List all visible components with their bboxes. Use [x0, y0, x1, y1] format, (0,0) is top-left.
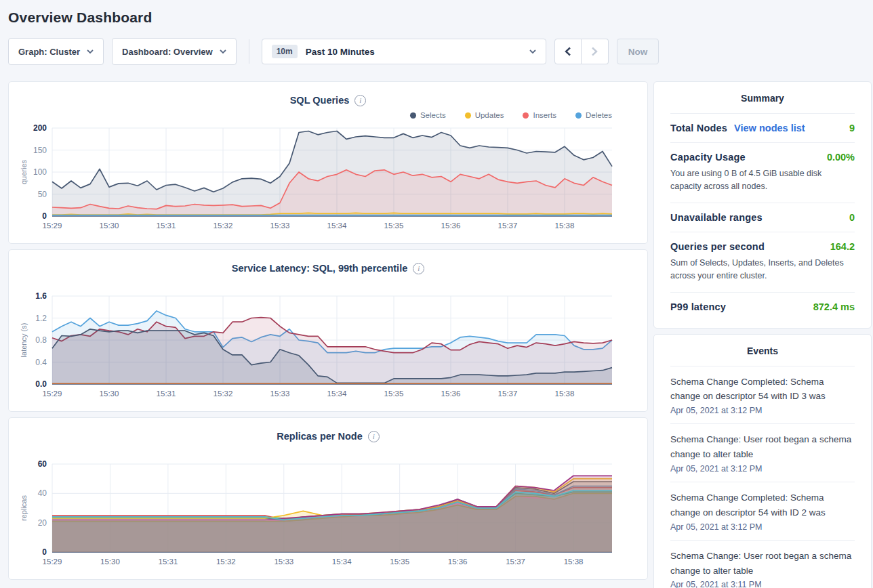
svg-text:100: 100 [33, 167, 47, 177]
toolbar: Graph: Cluster Dashboard: Overview 10m P… [8, 38, 865, 65]
svg-text:15:35: 15:35 [390, 558, 409, 566]
summary-row-qps: Queries per second 164.2 Sum of Selects,… [670, 232, 855, 292]
svg-text:15:30: 15:30 [100, 222, 119, 230]
svg-text:15:34: 15:34 [327, 222, 347, 230]
summary-row-total-nodes: Total Nodes View nodes list 9 [670, 113, 855, 142]
event-text: Schema Change Completed: Schema change o… [670, 490, 855, 520]
legend-item-updates: Updates [465, 111, 504, 119]
svg-text:15:35: 15:35 [384, 390, 404, 398]
capacity-usage-desc: You are using 0 B of 4.5 GiB usable disk… [670, 167, 855, 194]
svg-text:1.6: 1.6 [35, 291, 47, 301]
sql-queries-panel: SQL Queries i Selects Updates Inserts De… [8, 81, 648, 244]
next-range-button[interactable] [582, 39, 609, 64]
service-latency-chart[interactable]: 0.00.40.81.21.6latency (s)15:2915:3015:3… [9, 291, 619, 402]
event-text: Schema Change Completed: Schema change o… [670, 375, 855, 404]
svg-text:15:29: 15:29 [43, 390, 62, 398]
sql-queries-chart[interactable]: 050100150200queries15:2915:3015:3115:321… [9, 123, 619, 234]
legend-item-deletes: Deletes [575, 111, 612, 119]
time-range-label: Past 10 Minutes [306, 47, 521, 57]
deletes-dot-icon [575, 112, 582, 119]
unavailable-ranges-value: 0 [849, 212, 855, 223]
time-step-buttons [554, 39, 609, 64]
inserts-dot-icon [523, 112, 529, 119]
info-icon[interactable]: i [413, 263, 424, 274]
main-content: SQL Queries i Selects Updates Inserts De… [8, 81, 872, 588]
summary-row-p99-latency: P99 latency 872.4 ms [670, 292, 855, 321]
svg-text:60: 60 [38, 459, 47, 469]
time-range-picker[interactable]: 10m Past 10 Minutes [262, 39, 546, 64]
chevron-down-icon [87, 49, 94, 54]
svg-text:1.2: 1.2 [35, 314, 47, 323]
capacity-usage-value: 0.00% [827, 152, 855, 163]
replicas-per-node-chart[interactable]: 0204060replicas15:2915:3015:3115:3215:33… [9, 459, 619, 570]
qps-desc: Sum of Selects, Updates, Inserts, and De… [670, 257, 855, 283]
service-latency-panel: Service Latency: SQL, 99th percentile i … [8, 249, 648, 412]
event-text: Schema Change: User root began a schema … [670, 432, 855, 462]
charts-column: SQL Queries i Selects Updates Inserts De… [8, 81, 648, 585]
svg-text:15:29: 15:29 [43, 222, 62, 230]
p99-latency-label: P99 latency [670, 301, 726, 312]
page-title: Overview Dashboard [8, 9, 865, 26]
event-timestamp: Apr 05, 2021 at 3:11 PM [670, 580, 855, 588]
info-icon[interactable]: i [368, 431, 380, 442]
previous-range-button[interactable] [554, 39, 582, 64]
svg-text:15:36: 15:36 [441, 390, 461, 398]
info-icon[interactable]: i [354, 95, 366, 106]
updates-dot-icon [465, 112, 471, 119]
event-timestamp: Apr 05, 2021 at 3:12 PM [670, 522, 855, 532]
svg-text:0: 0 [42, 211, 47, 221]
svg-text:15:32: 15:32 [214, 222, 233, 230]
now-button[interactable]: Now [617, 39, 659, 64]
svg-text:15:30: 15:30 [100, 558, 120, 566]
qps-label: Queries per second [670, 241, 765, 252]
event-timestamp: Apr 05, 2021 at 3:12 PM [670, 406, 855, 415]
chevron-right-icon [590, 47, 598, 56]
svg-text:15:38: 15:38 [555, 222, 575, 230]
svg-text:15:31: 15:31 [157, 222, 176, 230]
replicas-per-node-title: Replicas per Node [277, 431, 363, 442]
svg-text:0.8: 0.8 [35, 335, 47, 345]
svg-text:15:37: 15:37 [506, 558, 525, 566]
chevron-down-icon [529, 49, 536, 54]
summary-title: Summary [670, 93, 855, 113]
dashboard-dropdown[interactable]: Dashboard: Overview [112, 38, 237, 65]
event-item: Schema Change Completed: Schema change o… [670, 482, 855, 540]
svg-text:20: 20 [38, 518, 47, 528]
legend-item-selects: Selects [410, 111, 446, 119]
event-item: Schema Change Completed: Schema change o… [670, 366, 855, 424]
summary-panel: Summary Total Nodes View nodes list 9 Ca… [653, 81, 872, 329]
svg-text:15:35: 15:35 [384, 222, 404, 230]
svg-text:queries: queries [20, 159, 28, 184]
svg-text:15:33: 15:33 [270, 222, 290, 230]
event-timestamp: Apr 05, 2021 at 3:12 PM [670, 464, 855, 474]
total-nodes-value: 9 [849, 123, 855, 133]
sql-queries-legend: Selects Updates Inserts Deletes [9, 108, 647, 123]
toolbar-divider [249, 39, 249, 64]
svg-text:15:34: 15:34 [332, 558, 352, 566]
svg-text:40: 40 [38, 488, 47, 498]
svg-text:15:38: 15:38 [564, 558, 584, 566]
svg-text:15:30: 15:30 [100, 390, 119, 398]
event-item: Schema Change: User root began a schema … [670, 423, 855, 482]
graph-dropdown-label: Graph: Cluster [18, 47, 80, 57]
svg-text:latency (s): latency (s) [20, 323, 28, 358]
svg-text:15:36: 15:36 [448, 558, 468, 566]
svg-text:15:32: 15:32 [216, 558, 236, 566]
svg-text:15:31: 15:31 [159, 558, 178, 566]
event-text: Schema Change: User root began a schema … [670, 549, 855, 579]
svg-text:15:32: 15:32 [214, 390, 233, 398]
events-panel: Events Schema Change Completed: Schema c… [653, 334, 872, 588]
graph-dropdown[interactable]: Graph: Cluster [8, 38, 104, 65]
sql-queries-title: SQL Queries [290, 95, 350, 106]
svg-text:replicas: replicas [20, 495, 28, 521]
view-nodes-list-link[interactable]: View nodes list [734, 123, 805, 133]
svg-text:15:37: 15:37 [498, 390, 518, 398]
svg-text:0.4: 0.4 [35, 358, 47, 367]
time-range-badge: 10m [272, 45, 298, 58]
total-nodes-label: Total Nodes [670, 123, 727, 133]
svg-text:15:31: 15:31 [157, 390, 176, 398]
p99-latency-value: 872.4 ms [813, 301, 855, 312]
events-title: Events [670, 345, 855, 366]
svg-text:15:29: 15:29 [43, 558, 62, 566]
svg-text:150: 150 [33, 146, 47, 155]
